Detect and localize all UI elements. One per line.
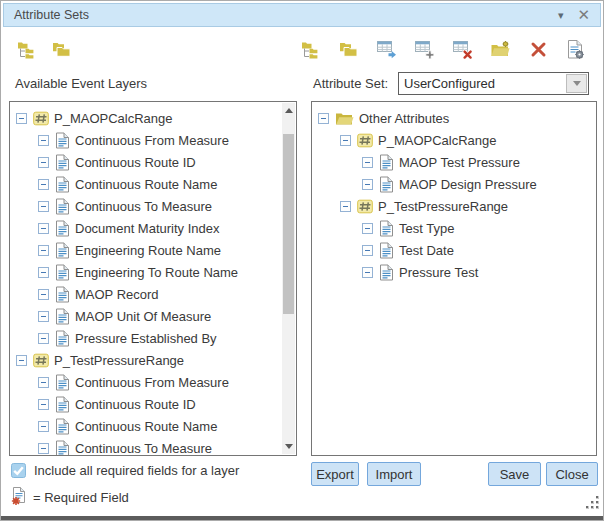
tree-item-label: MAOP Design Pressure — [399, 177, 537, 192]
collapse-expander-icon[interactable] — [16, 113, 27, 124]
tree-item-p-testpressurerange[interactable]: P_TestPressureRange — [16, 349, 296, 371]
field-icon — [55, 308, 70, 325]
field-icon — [55, 440, 70, 457]
collapse-expander-icon[interactable] — [38, 135, 49, 146]
field-icon — [55, 198, 70, 215]
import-button[interactable]: Import — [367, 462, 421, 486]
include-required-fields-checkbox[interactable] — [11, 463, 26, 478]
collapse-expander-icon[interactable] — [318, 113, 329, 124]
field-icon — [55, 132, 70, 149]
tree-item-maop-design-pressure[interactable]: MAOP Design Pressure — [318, 173, 596, 195]
folder-gear-icon[interactable] — [489, 38, 511, 60]
field-icon — [55, 286, 70, 303]
collapse-expander-icon[interactable] — [362, 245, 373, 256]
collapse-expander-icon[interactable] — [362, 157, 373, 168]
tree-item-pressure-test[interactable]: Pressure Test — [318, 261, 596, 283]
available-event-layers-tree: P_MAOPCalcRangeContinuous From MeasureCo… — [10, 102, 296, 456]
attribute-set-dropdown[interactable]: UserConfigured — [398, 72, 589, 95]
open-folders-icon[interactable] — [50, 38, 72, 60]
event-layer-icon — [357, 133, 373, 148]
tree-item-maop-test-pressure[interactable]: MAOP Test Pressure — [318, 151, 596, 173]
collapse-expander-icon[interactable] — [38, 377, 49, 388]
export-button[interactable]: Export — [311, 462, 359, 486]
vertical-scrollbar[interactable] — [282, 103, 295, 454]
close-icon[interactable]: ✕ — [577, 6, 590, 24]
tree-item-continuous-route-id[interactable]: Continuous Route ID — [16, 151, 296, 173]
tree-item-p-maopcalcrange[interactable]: P_MAOPCalcRange — [16, 107, 296, 129]
tree-item-label: P_TestPressureRange — [54, 353, 184, 368]
collapse-expander-icon[interactable] — [38, 179, 49, 190]
collapse-expander-icon[interactable] — [38, 399, 49, 410]
open-folders-icon[interactable] — [337, 38, 359, 60]
tree-item-p-maopcalcrange[interactable]: P_MAOPCalcRange — [318, 129, 596, 151]
tree-item-label: Other Attributes — [359, 111, 449, 126]
collapse-expander-icon[interactable] — [38, 333, 49, 344]
scroll-up-icon[interactable] — [282, 103, 295, 118]
field-icon — [55, 242, 70, 259]
collapse-expander-icon[interactable] — [362, 267, 373, 278]
table-go-icon[interactable] — [375, 38, 397, 60]
collapse-expander-icon[interactable] — [362, 223, 373, 234]
scroll-down-icon[interactable] — [282, 439, 295, 454]
collapse-expander-icon[interactable] — [16, 355, 27, 366]
tree-item-continuous-to-measure[interactable]: Continuous To Measure — [16, 195, 296, 217]
tree-item-p-testpressurerange[interactable]: P_TestPressureRange — [318, 195, 596, 217]
collapse-expander-icon[interactable] — [38, 201, 49, 212]
scrollbar-thumb[interactable] — [283, 134, 294, 314]
tree-item-engineering-to-route-name[interactable]: Engineering To Route Name — [16, 261, 296, 283]
delete-icon[interactable] — [527, 38, 549, 60]
expand-tree-icon[interactable] — [15, 38, 37, 60]
collapse-expander-icon[interactable] — [38, 157, 49, 168]
toolbar-left-group — [15, 38, 72, 60]
tree-item-maop-record[interactable]: MAOP Record — [16, 283, 296, 305]
field-icon — [55, 220, 70, 237]
field-icon — [55, 264, 70, 281]
tree-item-continuous-route-id[interactable]: Continuous Route ID — [16, 393, 296, 415]
collapse-expander-icon[interactable] — [38, 421, 49, 432]
collapse-expander-icon[interactable] — [38, 289, 49, 300]
field-icon — [55, 176, 70, 193]
tree-item-document-maturity-index[interactable]: Document Maturity Index — [16, 217, 296, 239]
field-icon — [379, 176, 394, 193]
tree-item-label: P_TestPressureRange — [378, 199, 508, 214]
table-remove-icon[interactable] — [451, 38, 473, 60]
collapse-expander-icon[interactable] — [38, 245, 49, 256]
tree-item-label: Continuous Route Name — [75, 177, 217, 192]
tree-item-continuous-route-name[interactable]: Continuous Route Name — [16, 415, 296, 437]
tree-item-test-date[interactable]: Test Date — [318, 239, 596, 261]
field-icon — [55, 330, 70, 347]
event-layer-icon — [357, 199, 373, 214]
resize-grip[interactable] — [585, 495, 600, 514]
collapse-expander-icon[interactable] — [362, 179, 373, 190]
title-bar: Attribute Sets ▾ ✕ — [3, 3, 601, 27]
window-menu-caret-icon[interactable]: ▾ — [558, 9, 564, 22]
tree-item-other-attributes[interactable]: Other Attributes — [318, 107, 596, 129]
attribute-sets-dialog: Attribute Sets ▾ ✕ — [0, 0, 604, 521]
collapse-expander-icon[interactable] — [38, 267, 49, 278]
tree-item-test-type[interactable]: Test Type — [318, 217, 596, 239]
attribute-set-label: Attribute Set: — [313, 76, 388, 91]
include-required-fields-label: Include all required fields for a layer — [34, 463, 239, 478]
tree-item-label: Continuous Route Name — [75, 419, 217, 434]
collapse-expander-icon[interactable] — [340, 135, 351, 146]
dropdown-button[interactable] — [566, 74, 587, 93]
save-button[interactable]: Save — [488, 462, 541, 486]
tree-item-maop-unit-of-measure[interactable]: MAOP Unit Of Measure — [16, 305, 296, 327]
properties-icon[interactable] — [565, 38, 587, 60]
tree-item-continuous-route-name[interactable]: Continuous Route Name — [16, 173, 296, 195]
collapse-expander-icon[interactable] — [340, 201, 351, 212]
collapse-expander-icon[interactable] — [38, 443, 49, 454]
collapse-expander-icon[interactable] — [38, 311, 49, 322]
folder-open-icon — [335, 111, 354, 126]
tree-item-continuous-from-measure[interactable]: Continuous From Measure — [16, 371, 296, 393]
tree-item-engineering-route-name[interactable]: Engineering Route Name — [16, 239, 296, 261]
available-event-layers-label: Available Event Layers — [15, 76, 147, 91]
tree-item-continuous-from-measure[interactable]: Continuous From Measure — [16, 129, 296, 151]
expand-tree-icon[interactable] — [299, 38, 321, 60]
close-button[interactable]: Close — [546, 462, 598, 486]
tree-item-continuous-to-measure[interactable]: Continuous To Measure — [16, 437, 296, 456]
tree-item-pressure-established-by[interactable]: Pressure Established By — [16, 327, 296, 349]
tree-item-label: Pressure Test — [399, 265, 478, 280]
collapse-expander-icon[interactable] — [38, 223, 49, 234]
table-add-icon[interactable] — [413, 38, 435, 60]
